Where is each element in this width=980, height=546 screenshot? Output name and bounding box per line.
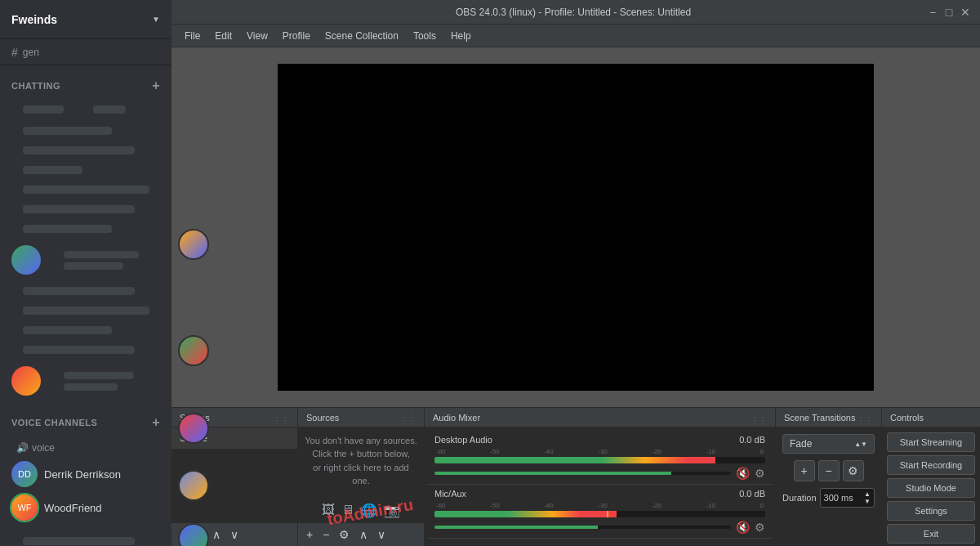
menu-file[interactable]: File — [178, 27, 207, 45]
add-voice-channel-button[interactable]: + — [152, 415, 160, 430]
obs-window-title: OBS 24.0.3 (linux) - Profile: Untitled -… — [220, 7, 926, 18]
sources-grip-icon: ⋮⋮ — [399, 413, 416, 422]
minimize-button[interactable]: − — [926, 6, 939, 19]
sources-panel-footer: + − ⚙ ∧ ∨ — [298, 522, 424, 546]
controls-header: Controls — [882, 408, 980, 427]
avatar-woodfriend: WF — [11, 495, 38, 521]
transition-type-select[interactable]: Fade ▲▼ — [782, 434, 875, 454]
duration-value: 300 ms — [824, 493, 865, 503]
obs-menubar: File Edit View Profile Scene Collection … — [172, 25, 980, 47]
transition-type-spinbox-icon: ▲▼ — [854, 441, 867, 448]
globe-source-icon: 🌐 — [361, 503, 377, 518]
desktop-audio-volume-slider[interactable] — [434, 472, 731, 475]
avatar-derrik: DD — [11, 461, 38, 487]
mic-aux-volume-slider[interactable] — [434, 526, 731, 529]
obs-bottom-panels: Scenes ⋮⋮ Scene + − ∧ ∨ Sources ⋮⋮ — [172, 407, 980, 546]
chatting-section-header: CHATTING + — [0, 65, 172, 98]
transitions-grip-icon: ⋮⋮ — [857, 413, 873, 422]
voice-channels-label: VOICE CHANNELS — [11, 418, 97, 427]
obs-preview-area — [172, 47, 980, 407]
voice-channel-name: voice — [32, 442, 55, 454]
channel-header[interactable]: # gen — [0, 39, 172, 65]
obs-window: OBS 24.0.3 (linux) - Profile: Untitled -… — [172, 0, 980, 546]
controls-label: Controls — [890, 413, 924, 423]
camera-source-icon: 📷 — [384, 503, 400, 518]
duration-input-container[interactable]: 300 ms ▲▼ — [820, 488, 875, 508]
mic-aux-db: 0.0 dB — [739, 489, 765, 499]
desktop-audio-db: 0.0 dB — [739, 435, 765, 445]
sources-label: Sources — [306, 413, 339, 423]
discord-header[interactable]: Fweinds ▼ — [0, 0, 172, 39]
sources-panel-content[interactable]: You don't have any sources.Click the + b… — [298, 427, 424, 522]
sources-panel-header: Sources ⋮⋮ — [298, 408, 424, 427]
chevron-down-icon: ▼ — [152, 15, 160, 24]
sources-settings-button[interactable]: ⚙ — [336, 526, 353, 543]
hash-icon: # — [11, 46, 18, 59]
duration-label: Duration — [782, 493, 817, 503]
discord-content: CHATTING + — [0, 65, 172, 546]
chat-avatar-2 — [11, 366, 41, 396]
scene-transitions-panel: Scene Transitions ⋮⋮ Fade ▲▼ + − ⚙ Durat… — [776, 408, 882, 546]
audio-mixer-grip-icon: ⋮⋮ — [751, 413, 767, 422]
window-controls: − □ ✕ — [926, 6, 972, 19]
mic-aux-track: Mic/Aux 0.0 dB -60 -50 -40 -30 -20 -10 0 — [428, 485, 772, 539]
sources-panel: Sources ⋮⋮ You don't have any sources.Cl… — [298, 408, 425, 546]
menu-help[interactable]: Help — [444, 27, 478, 45]
exit-button[interactable]: Exit — [887, 524, 975, 544]
controls-panel: Controls Start Streaming Start Recording… — [882, 408, 980, 546]
scenes-down-button[interactable]: ∨ — [227, 526, 242, 543]
settings-button[interactable]: Settings — [887, 501, 975, 521]
sources-icon-row: 🖼 🖥 🌐 📷 — [315, 496, 407, 523]
transitions-actions: + − ⚙ — [782, 460, 875, 481]
close-button[interactable]: ✕ — [959, 6, 972, 19]
transition-settings-button[interactable]: ⚙ — [843, 460, 864, 481]
add-chatting-button[interactable]: + — [152, 78, 160, 93]
mic-aux-mute-icon[interactable]: 🔇 — [736, 521, 750, 534]
desktop-audio-mute-icon[interactable]: 🔇 — [736, 467, 750, 480]
desktop-audio-name: Desktop Audio — [434, 435, 492, 445]
sources-remove-button[interactable]: − — [319, 526, 332, 543]
floating-avatar-3 — [178, 413, 209, 444]
sources-down-button[interactable]: ∨ — [374, 526, 389, 543]
audio-mixer-header: Audio Mixer ⋮⋮ — [425, 408, 775, 427]
user-woodfriend[interactable]: WF WoodFriend — [5, 491, 167, 524]
mic-aux-settings-icon[interactable]: ⚙ — [755, 521, 765, 534]
start-recording-button[interactable]: Start Recording — [887, 455, 975, 475]
floating-avatar-4 — [178, 470, 209, 501]
restore-button[interactable]: □ — [942, 6, 956, 19]
username-woodfriend: WoodFriend — [44, 502, 102, 514]
sources-add-button[interactable]: + — [303, 526, 316, 543]
desktop-audio-track: Desktop Audio 0.0 dB -60 -50 -40 -30 -20… — [428, 431, 772, 485]
transition-remove-button[interactable]: − — [818, 460, 840, 481]
discord-sidebar: Fweinds ▼ # gen CHATTING + — [0, 0, 172, 546]
menu-view[interactable]: View — [240, 27, 274, 45]
chatting-label: CHATTING — [11, 81, 60, 91]
chat-avatar-1 — [11, 245, 41, 275]
studio-mode-button[interactable]: Studio Mode — [887, 478, 975, 498]
controls-content: Start Streaming Start Recording Studio M… — [882, 427, 980, 546]
user-derrik[interactable]: DD Derrik Derrikson — [5, 458, 167, 490]
sources-up-button[interactable]: ∧ — [356, 526, 371, 543]
preview-canvas — [278, 64, 874, 391]
voice-channel-item[interactable]: 🔊 voice — [5, 439, 167, 457]
start-streaming-button[interactable]: Start Streaming — [887, 432, 975, 452]
duration-spinbox[interactable]: ▲▼ — [864, 490, 871, 505]
sources-empty-message: You don't have any sources.Click the + b… — [298, 427, 424, 496]
transitions-content: Fade ▲▼ + − ⚙ Duration 300 ms ▲▼ — [776, 427, 881, 546]
menu-tools[interactable]: Tools — [407, 27, 443, 45]
obs-panels: Scenes ⋮⋮ Scene + − ∧ ∨ Sources ⋮⋮ — [172, 407, 980, 546]
voice-channels-section-header: VOICE CHANNELS + — [0, 402, 172, 435]
transition-add-button[interactable]: + — [794, 460, 815, 481]
username-derrik: Derrik Derrikson — [44, 468, 121, 481]
desktop-audio-settings-icon[interactable]: ⚙ — [755, 467, 765, 480]
audio-mixer-content: Desktop Audio 0.0 dB -60 -50 -40 -30 -20… — [425, 427, 775, 546]
audio-mixer-label: Audio Mixer — [433, 413, 480, 423]
menu-edit[interactable]: Edit — [208, 27, 238, 45]
menu-scene-collection[interactable]: Scene Collection — [318, 27, 405, 45]
scene-transitions-label: Scene Transitions — [784, 413, 855, 423]
server-name: Fweinds — [11, 13, 57, 26]
scenes-up-button[interactable]: ∧ — [209, 526, 224, 543]
audio-mixer-panel: Audio Mixer ⋮⋮ Desktop Audio 0.0 dB -60 … — [425, 408, 776, 546]
menu-profile[interactable]: Profile — [276, 27, 317, 45]
voice-section: 🔊 voice DD Derrik Derrikson WF WoodFrien… — [0, 438, 172, 525]
